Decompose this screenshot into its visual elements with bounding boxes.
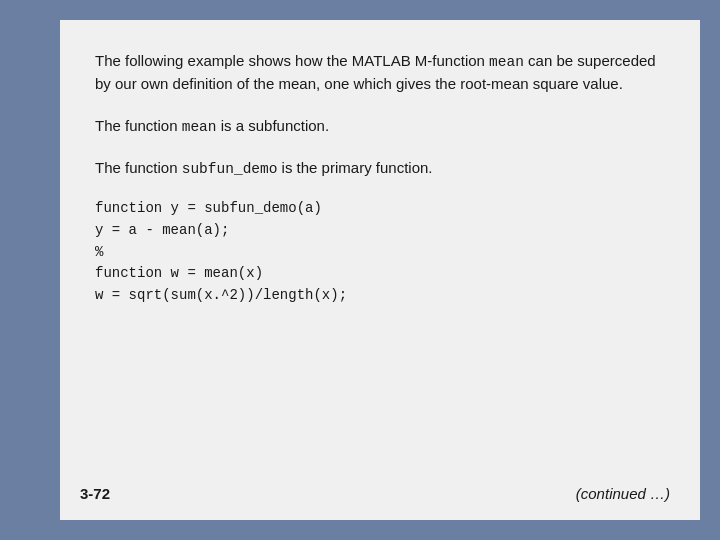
slide-container: The following example shows how the MATL… bbox=[0, 0, 720, 540]
code-line-1: function y = subfun_demo(a) bbox=[95, 198, 665, 220]
line2: The function subfun_demo is the primary … bbox=[95, 157, 665, 181]
line1-suffix: is a subfunction. bbox=[217, 117, 330, 134]
code-line-4: function w = mean(x) bbox=[95, 263, 665, 285]
line2-prefix: The function bbox=[95, 159, 182, 176]
line1: The function mean is a subfunction. bbox=[95, 115, 665, 139]
page-number: 3-72 bbox=[80, 485, 110, 502]
paragraph1: The following example shows how the MATL… bbox=[95, 50, 665, 95]
line2-code: subfun_demo bbox=[182, 161, 278, 177]
code-block: function y = subfun_demo(a) y = a - mean… bbox=[95, 198, 665, 306]
code-line-5: w = sqrt(sum(x.^2))/length(x); bbox=[95, 285, 665, 307]
line1-code: mean bbox=[182, 119, 217, 135]
line1-prefix: The function bbox=[95, 117, 182, 134]
line2-suffix: is the primary function. bbox=[277, 159, 432, 176]
code-line-3: % bbox=[95, 242, 665, 264]
continued-label: (continued …) bbox=[576, 485, 670, 502]
paragraph1-text: The following example shows how the MATL… bbox=[95, 52, 489, 69]
paragraph1-code: mean bbox=[489, 54, 524, 70]
content-area: The following example shows how the MATL… bbox=[60, 20, 700, 520]
code-line-2: y = a - mean(a); bbox=[95, 220, 665, 242]
